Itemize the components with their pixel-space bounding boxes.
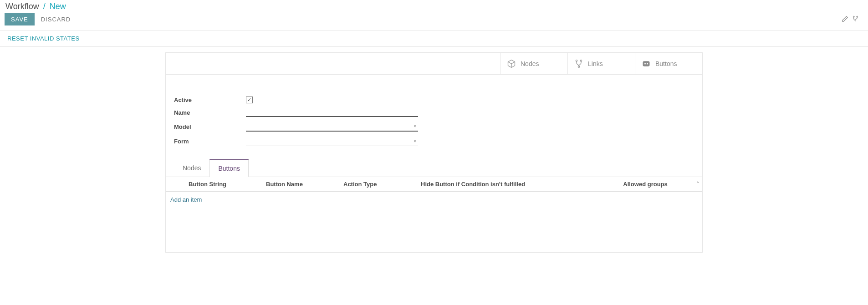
tab-nodes[interactable]: Nodes <box>174 159 209 177</box>
svg-point-6 <box>644 63 646 64</box>
svg-point-4 <box>578 66 579 67</box>
svg-rect-5 <box>643 61 650 66</box>
breadcrumb-separator: / <box>41 2 47 11</box>
active-label: Active <box>174 97 246 103</box>
cube-icon <box>507 59 516 68</box>
branch-icon <box>574 59 583 68</box>
chevron-down-icon: ▾ <box>414 139 416 143</box>
svg-point-3 <box>580 60 582 61</box>
col-button-string[interactable]: Button String <box>184 181 261 188</box>
stat-button-nodes[interactable]: Nodes <box>500 53 567 74</box>
col-hide-condition[interactable]: Hide Button if Condition isn't fulfilled <box>416 181 598 188</box>
stat-button-buttons-label: Buttons <box>655 60 677 67</box>
field-group: Active Name Model ▾ Form ▾ <box>166 75 702 146</box>
stat-button-links-label: Links <box>588 60 603 67</box>
stat-button-nodes-label: Nodes <box>521 60 539 67</box>
toolbar: SAVE DISCARD <box>0 11 868 30</box>
form-label: Form <box>174 138 246 145</box>
col-handle <box>166 181 184 188</box>
stat-button-buttons[interactable]: Buttons <box>635 53 702 74</box>
add-item-link[interactable]: Add an item <box>170 196 202 203</box>
discard-button[interactable]: DISCARD <box>35 13 77 25</box>
model-select[interactable]: ▾ <box>246 122 418 132</box>
tab-buttons[interactable]: Buttons <box>209 159 248 177</box>
form-sheet: Nodes Links Buttons Active <box>165 52 703 253</box>
notebook: Nodes Buttons Button String Button Name … <box>166 159 702 208</box>
chevron-down-icon: ▾ <box>414 124 416 128</box>
branch-icon[interactable] <box>852 15 859 24</box>
tab-bar: Nodes Buttons <box>166 159 702 177</box>
name-input[interactable] <box>246 108 418 117</box>
buttons-grid: Button String Button Name Action Type Hi… <box>166 177 702 208</box>
breadcrumb: Workflow / New <box>5 2 863 11</box>
svg-point-0 <box>853 16 855 17</box>
svg-point-7 <box>647 63 648 64</box>
edit-icon[interactable] <box>842 15 848 24</box>
stat-button-row: Nodes Links Buttons <box>166 53 702 75</box>
col-action-type[interactable]: Action Type <box>339 181 416 188</box>
form-select[interactable]: ▾ <box>246 136 418 146</box>
reset-invalid-states-button[interactable]: RESET INVALID STATES <box>7 35 80 42</box>
name-label: Name <box>174 109 246 116</box>
col-button-name[interactable]: Button Name <box>261 181 339 188</box>
grid-header: Button String Button Name Action Type Hi… <box>166 177 702 192</box>
save-button[interactable]: SAVE <box>5 13 35 25</box>
col-allowed-groups[interactable]: Allowed groups <box>598 181 692 188</box>
breadcrumb-current: New <box>50 2 66 11</box>
dice-icon <box>642 59 651 68</box>
col-expand-icon[interactable]: ˆ <box>692 181 702 188</box>
svg-point-2 <box>576 60 577 61</box>
active-checkbox[interactable] <box>246 97 253 103</box>
svg-point-1 <box>857 16 858 17</box>
breadcrumb-root[interactable]: Workflow <box>5 2 39 11</box>
model-label: Model <box>174 123 246 130</box>
stat-button-links[interactable]: Links <box>567 53 635 74</box>
